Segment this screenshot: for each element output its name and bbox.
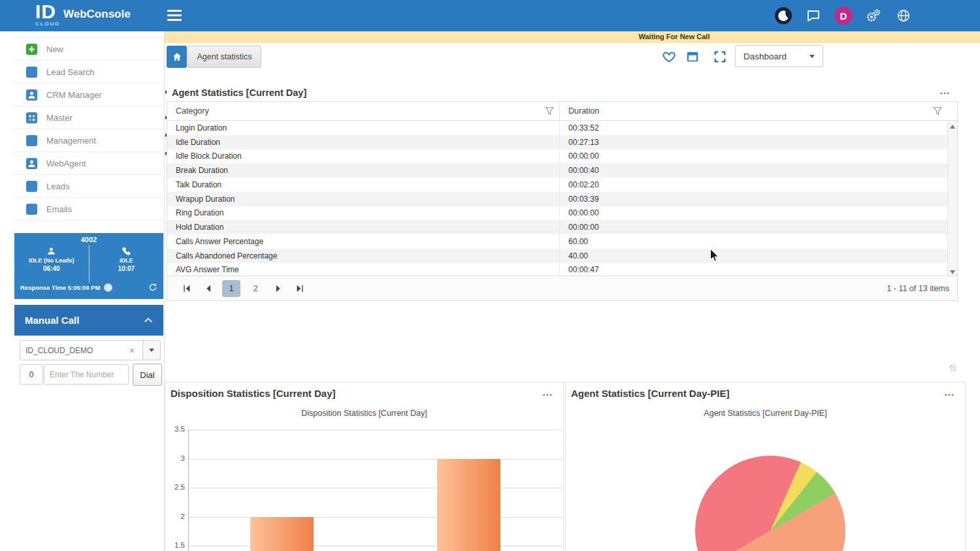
campaign-combobox[interactable]: ID_CLOUD_DEMO × — [20, 340, 161, 360]
agent-state-label: IDLE (No Leads) — [29, 257, 74, 264]
table-row[interactable]: Talk Duration 00:02:20 — [167, 178, 947, 192]
sidebar-item-webagent[interactable]: WebAgent — [14, 152, 163, 175]
sidebar-item-label: New — [46, 44, 63, 54]
widget-resize-handle[interactable] — [950, 365, 956, 371]
response-time-label: Response Time 5:05:09 PM — [20, 284, 100, 291]
table-row[interactable]: AVG Answer Time 00:00:47 — [167, 263, 947, 277]
table-row[interactable]: Calls Answer Percentage 60.00 — [167, 234, 947, 249]
sidebar-item-emails[interactable]: Emails — [14, 198, 163, 221]
column-header-category[interactable]: Category — [167, 102, 559, 120]
filter-icon[interactable] — [933, 106, 942, 116]
modules-grid-icon — [26, 112, 37, 123]
sidebar-item-management[interactable]: Management — [14, 129, 163, 152]
scroll-up-icon[interactable] — [950, 125, 955, 129]
tab-agent-statistics[interactable]: Agent statistics — [188, 46, 261, 68]
disposition-statistics-widget: Disposition Statistics [Current Day] ...… — [165, 382, 564, 551]
sidebar-item-label: Lead Search — [46, 67, 95, 77]
category-cell: AVG Answer Time — [167, 265, 559, 274]
table-row[interactable]: Calls Abandoned Percentage 40.00 — [167, 249, 947, 263]
category-cell: Idle Duration — [167, 138, 559, 147]
dial-button[interactable]: Dial — [133, 364, 162, 386]
chevron-up-icon — [144, 317, 153, 323]
agent-statistics-widget: Agent Statistics [Current Day] ... Categ… — [167, 84, 959, 373]
duration-cell: 00:03:39 — [559, 192, 947, 206]
logo-cloud-text: CLOUD — [35, 21, 60, 27]
page-button-2[interactable]: 2 — [246, 280, 265, 297]
chevron-down-icon — [149, 349, 154, 352]
category-cell: Idle Block Duration — [167, 151, 559, 161]
phone-state-time: 10:07 — [118, 265, 135, 272]
first-page-button[interactable] — [179, 281, 195, 296]
disposition-chart-plot: 3.532.521.5 — [165, 383, 563, 551]
table-row[interactable]: Idle Duration 00:27:13 — [167, 135, 947, 150]
module-icon — [26, 67, 37, 78]
widget-menu-button[interactable]: ... — [939, 85, 950, 96]
campaign-value-box: ID_CLOUD_DEMO × — [20, 340, 143, 360]
table-row[interactable]: Hold Duration 00:00:00 — [167, 220, 947, 234]
category-cell: Calls Abandoned Percentage — [167, 251, 559, 260]
webconsole-page: ID CLOUD WebConsole D — [0, 0, 980, 551]
refresh-icon[interactable] — [148, 283, 157, 292]
sidebar-item-lead-search[interactable]: Lead Search — [14, 61, 163, 84]
duration-cell: 00:00:00 — [559, 206, 947, 221]
prefix-field[interactable] — [20, 364, 43, 385]
chat-icon[interactable] — [802, 5, 825, 27]
topbar-icons: D — [772, 5, 915, 27]
widget-window-icon[interactable] — [683, 48, 702, 66]
logo-product-text: WebConsole — [63, 8, 131, 21]
home-icon — [172, 52, 182, 62]
logo-id-text: ID — [35, 2, 56, 22]
globe-icon[interactable] — [892, 5, 915, 27]
user-avatar[interactable]: D — [832, 5, 855, 27]
table-row[interactable]: Login Duration 00:33:52 — [167, 121, 947, 135]
filter-icon[interactable] — [545, 106, 554, 116]
table-row[interactable]: Wrapup Duration 00:03:39 — [167, 192, 947, 206]
sidebar-menu: New Lead Search CRM Manager Master Manag… — [14, 37, 163, 221]
home-tab[interactable] — [167, 46, 187, 68]
agent-status-panel: 4002 IDLE (No Leads) 06:40 IDLE 10:07 Re… — [14, 233, 163, 299]
sidebar-item-label: WebAgent — [46, 159, 86, 168]
dashboard-select[interactable]: Dashboard — [735, 45, 823, 67]
bar-series-bar — [437, 459, 500, 551]
duration-cell: 00:00:40 — [559, 163, 947, 178]
previous-page-button[interactable] — [201, 281, 216, 296]
bar-series-bar — [250, 517, 314, 551]
top-bar: ID CLOUD WebConsole D — [0, 0, 980, 31]
call-status-text: Waiting For New Call — [639, 33, 710, 40]
sidebar-item-new[interactable]: New — [14, 38, 163, 61]
phone-state-column: IDLE 10:07 — [89, 245, 164, 283]
duration-cell: 00:02:20 — [559, 178, 947, 192]
phone-icon — [122, 246, 131, 256]
clear-icon[interactable]: × — [127, 345, 137, 356]
duration-cell: 40.00 — [559, 249, 947, 263]
duration-cell: 00:00:00 — [559, 220, 947, 234]
sidebar-item-label: Master — [46, 113, 73, 123]
campaign-dropdown-button[interactable] — [143, 340, 161, 360]
table-row[interactable]: Break Duration 00:00:40 — [167, 163, 947, 178]
scroll-down-icon[interactable] — [950, 270, 955, 274]
column-header-duration[interactable]: Duration — [559, 102, 947, 120]
next-page-button[interactable] — [270, 281, 286, 296]
phone-number-field[interactable] — [44, 364, 129, 385]
tab-label: Agent statistics — [197, 52, 252, 61]
settings-gears-icon[interactable] — [862, 5, 885, 27]
dark-mode-moon-icon[interactable] — [772, 5, 794, 27]
table-row[interactable]: Ring Duration 00:00:00 — [167, 206, 947, 221]
sidebar-item-crm-manager[interactable]: CRM Manager — [14, 84, 163, 106]
sidebar-item-master[interactable]: Master — [14, 106, 163, 129]
last-page-button[interactable] — [292, 281, 308, 296]
page-button-1[interactable]: 1 — [222, 280, 240, 297]
person-icon — [26, 89, 37, 101]
sidebar-item-leads[interactable]: Leads — [14, 175, 163, 198]
grid-scrollbar[interactable] — [947, 121, 957, 277]
widget-menu-button[interactable]: ... — [944, 386, 955, 398]
table-row[interactable]: Idle Block Duration 00:00:00 — [167, 150, 947, 164]
module-icon — [26, 204, 37, 215]
timer-badge-icon — [104, 283, 112, 292]
favorite-heart-icon[interactable] — [660, 48, 678, 66]
fullscreen-icon[interactable] — [711, 48, 729, 66]
category-cell: Wrapup Duration — [167, 195, 559, 204]
manual-call-header[interactable]: Manual Call — [14, 305, 163, 336]
hamburger-menu-icon[interactable] — [167, 10, 183, 22]
duration-cell: 00:27:13 — [559, 135, 947, 150]
